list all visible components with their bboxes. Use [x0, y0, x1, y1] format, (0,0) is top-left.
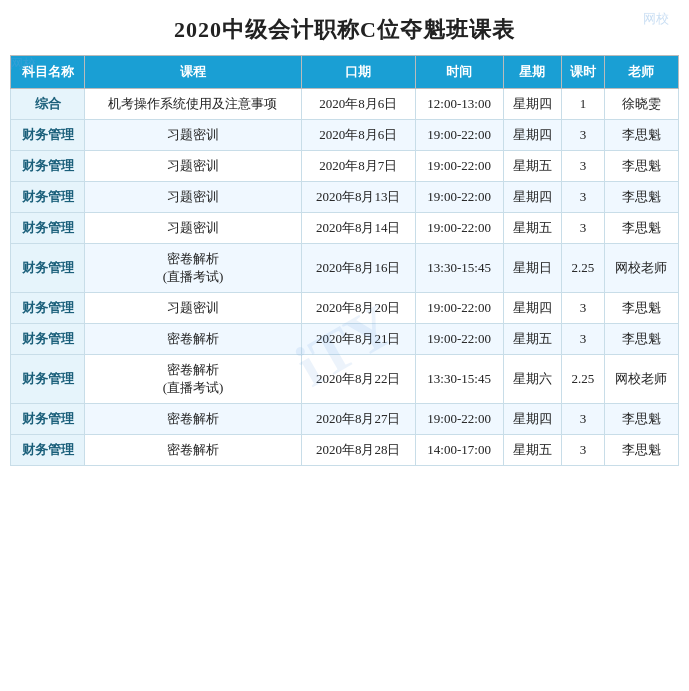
- cell-subject: 财务管理: [11, 244, 85, 293]
- cell-hours: 2.25: [562, 355, 605, 404]
- cell-hours: 1: [562, 89, 605, 120]
- table-header-2: 口期: [301, 56, 415, 89]
- cell-subject: 财务管理: [11, 293, 85, 324]
- logo-watermark-top-right: 网校: [643, 10, 669, 28]
- cell-hours: 3: [562, 435, 605, 466]
- cell-hours: 3: [562, 324, 605, 355]
- cell-date: 2020年8月27日: [301, 404, 415, 435]
- cell-time: 19:00-22:00: [415, 182, 503, 213]
- cell-course: 密卷解析(直播考试): [85, 355, 302, 404]
- cell-course: 机考操作系统使用及注意事项: [85, 89, 302, 120]
- cell-time: 19:00-22:00: [415, 324, 503, 355]
- cell-time: 12:00-13:00: [415, 89, 503, 120]
- cell-hours: 3: [562, 151, 605, 182]
- cell-hours: 3: [562, 293, 605, 324]
- cell-time: 14:00-17:00: [415, 435, 503, 466]
- cell-time: 19:00-22:00: [415, 151, 503, 182]
- cell-teacher: 李思魁: [604, 151, 678, 182]
- cell-time: 19:00-22:00: [415, 404, 503, 435]
- table-row: 财务管理密卷解析(直播考试)2020年8月16日13:30-15:45星期日2.…: [11, 244, 679, 293]
- table-row: 财务管理密卷解析2020年8月21日19:00-22:00星期五3李思魁: [11, 324, 679, 355]
- table-body: 综合机考操作系统使用及注意事项2020年8月6日12:00-13:00星期四1徐…: [11, 89, 679, 466]
- cell-date: 2020年8月7日: [301, 151, 415, 182]
- table-header-4: 星期: [503, 56, 561, 89]
- cell-subject: 财务管理: [11, 120, 85, 151]
- cell-date: 2020年8月6日: [301, 89, 415, 120]
- table-row: 综合机考操作系统使用及注意事项2020年8月6日12:00-13:00星期四1徐…: [11, 89, 679, 120]
- cell-teacher: 李思魁: [604, 324, 678, 355]
- cell-date: 2020年8月22日: [301, 355, 415, 404]
- cell-date: 2020年8月20日: [301, 293, 415, 324]
- cell-teacher: 李思魁: [604, 182, 678, 213]
- cell-weekday: 星期五: [503, 151, 561, 182]
- cell-weekday: 星期四: [503, 404, 561, 435]
- cell-course: 习题密训: [85, 182, 302, 213]
- cell-date: 2020年8月14日: [301, 213, 415, 244]
- cell-weekday: 星期五: [503, 213, 561, 244]
- cell-teacher: 徐晓雯: [604, 89, 678, 120]
- cell-subject: 财务管理: [11, 355, 85, 404]
- table-row: 财务管理习题密训2020年8月14日19:00-22:00星期五3李思魁: [11, 213, 679, 244]
- cell-teacher: 李思魁: [604, 213, 678, 244]
- cell-weekday: 星期四: [503, 293, 561, 324]
- cell-teacher: 网校老师: [604, 355, 678, 404]
- cell-weekday: 星期五: [503, 324, 561, 355]
- cell-teacher: 网校老师: [604, 244, 678, 293]
- cell-course: 习题密训: [85, 120, 302, 151]
- cell-subject: 财务管理: [11, 404, 85, 435]
- cell-teacher: 李思魁: [604, 404, 678, 435]
- table-header-0: 科目名称: [11, 56, 85, 89]
- cell-course: 习题密训: [85, 151, 302, 182]
- cell-time: 19:00-22:00: [415, 293, 503, 324]
- cell-weekday: 星期五: [503, 435, 561, 466]
- cell-date: 2020年8月13日: [301, 182, 415, 213]
- table-row: 财务管理密卷解析2020年8月27日19:00-22:00星期四3李思魁: [11, 404, 679, 435]
- cell-hours: 3: [562, 404, 605, 435]
- cell-weekday: 星期四: [503, 182, 561, 213]
- cell-weekday: 星期六: [503, 355, 561, 404]
- cell-date: 2020年8月6日: [301, 120, 415, 151]
- cell-course: 密卷解析: [85, 404, 302, 435]
- table-header-3: 时间: [415, 56, 503, 89]
- cell-weekday: 星期四: [503, 89, 561, 120]
- cell-weekday: 星期四: [503, 120, 561, 151]
- cell-subject: 财务管理: [11, 324, 85, 355]
- page-title: 2020中级会计职称C位夺魁班课表: [174, 15, 515, 45]
- cell-date: 2020年8月16日: [301, 244, 415, 293]
- cell-time: 13:30-15:45: [415, 355, 503, 404]
- cell-course: 密卷解析(直播考试): [85, 244, 302, 293]
- table-row: 财务管理习题密训2020年8月7日19:00-22:00星期五3李思魁: [11, 151, 679, 182]
- cell-subject: 财务管理: [11, 213, 85, 244]
- cell-time: 13:30-15:45: [415, 244, 503, 293]
- table-row: 财务管理习题密训2020年8月20日19:00-22:00星期四3李思魁: [11, 293, 679, 324]
- cell-date: 2020年8月28日: [301, 435, 415, 466]
- table-header-6: 老师: [604, 56, 678, 89]
- cell-subject: 财务管理: [11, 435, 85, 466]
- cell-subject: 财务管理: [11, 182, 85, 213]
- cell-hours: 3: [562, 120, 605, 151]
- cell-teacher: 李思魁: [604, 293, 678, 324]
- cell-course: 密卷解析: [85, 324, 302, 355]
- cell-hours: 3: [562, 213, 605, 244]
- cell-weekday: 星期日: [503, 244, 561, 293]
- cell-time: 19:00-22:00: [415, 213, 503, 244]
- table-row: 财务管理习题密训2020年8月13日19:00-22:00星期四3李思魁: [11, 182, 679, 213]
- cell-hours: 2.25: [562, 244, 605, 293]
- cell-date: 2020年8月21日: [301, 324, 415, 355]
- table-header-1: 课程: [85, 56, 302, 89]
- table-row: 财务管理密卷解析2020年8月28日14:00-17:00星期五3李思魁: [11, 435, 679, 466]
- cell-course: 习题密训: [85, 293, 302, 324]
- cell-teacher: 李思魁: [604, 435, 678, 466]
- cell-subject: 财务管理: [11, 151, 85, 182]
- cell-time: 19:00-22:00: [415, 120, 503, 151]
- cell-subject: 综合: [11, 89, 85, 120]
- cell-course: 习题密训: [85, 213, 302, 244]
- table-header-row: 科目名称课程口期时间星期课时老师: [11, 56, 679, 89]
- table-row: 财务管理习题密训2020年8月6日19:00-22:00星期四3李思魁: [11, 120, 679, 151]
- schedule-table: 科目名称课程口期时间星期课时老师 综合机考操作系统使用及注意事项2020年8月6…: [10, 55, 679, 466]
- cell-teacher: 李思魁: [604, 120, 678, 151]
- table-header-5: 课时: [562, 56, 605, 89]
- cell-course: 密卷解析: [85, 435, 302, 466]
- cell-hours: 3: [562, 182, 605, 213]
- table-row: 财务管理密卷解析(直播考试)2020年8月22日13:30-15:45星期六2.…: [11, 355, 679, 404]
